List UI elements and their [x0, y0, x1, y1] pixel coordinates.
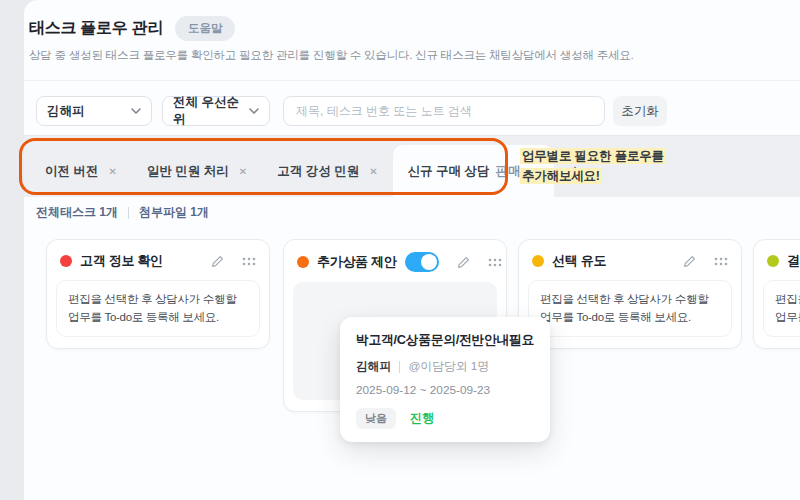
assignee-name: 김해피 — [356, 359, 391, 375]
close-icon[interactable]: ✕ — [108, 166, 116, 177]
card-note: 편집을 선택한 후 상담사가 수행할 업무를 To-do로 등록해 보세요. — [763, 280, 800, 337]
tab-previous-version[interactable]: 이전 버전 ✕ — [30, 145, 132, 197]
tab-label: 일반 민원 처리 — [147, 163, 229, 180]
edit-pencil-icon[interactable] — [683, 255, 696, 268]
chevron-down-icon — [131, 108, 141, 114]
summary-counts: 전체태스크 1개 첨부파일 1개 — [36, 204, 209, 221]
tab-general-complaint[interactable]: 일반 민원 처리 ✕ — [132, 145, 262, 197]
card-title: 선택 유도 — [552, 252, 675, 270]
task-popup-badges: 낮음 진행 — [356, 408, 534, 429]
task-card-customer-info[interactable]: 고객 정보 확인 편집을 선택한 후 상담사가 수행할 업무를 To-do로 등… — [46, 239, 270, 349]
priority-badge: 낮음 — [356, 408, 396, 429]
agent-select[interactable]: 김해피 — [36, 96, 152, 126]
tab-hard-complaint[interactable]: 고객 강성 민원 ✕ — [262, 145, 392, 197]
attachments-count[interactable]: 첨부파일 1개 — [139, 204, 209, 221]
status-text: 진행 — [410, 410, 434, 427]
card-title: 추가상품 제안 — [317, 253, 397, 271]
task-detail-popup: 박고객/C상품문의/전반안내필요 김해피 @이담당외 1명 2025-09-12… — [340, 317, 550, 442]
flow-tab-strip: 이전 버전 ✕ 일반 민원 처리 ✕ 고객 강성 민원 ✕ 신규 구매 상담 판… — [24, 135, 800, 197]
task-card-choice-guide[interactable]: 선택 유도 편집을 선택한 후 상담사가 수행할 업무를 To-do로 등록해 … — [518, 239, 742, 349]
main-panel: 태스크 플로우 관리 도움말 상담 중 생성된 태스크 플로우를 확인하고 필요… — [24, 0, 800, 500]
callout-line-1: 업무별로 필요한 플로우를 — [520, 148, 666, 164]
task-popup-people: 김해피 @이담당외 1명 — [356, 359, 534, 375]
card-note: 편집을 선택한 후 상담사가 수행할 업무를 To-do로 등록해 보세요. — [56, 280, 260, 337]
close-icon[interactable]: ✕ — [369, 166, 377, 177]
card-header: 추가상품 제안 — [284, 240, 506, 280]
priority-select-value: 전체 우선순위 — [173, 94, 249, 128]
more-options-icon[interactable] — [488, 258, 502, 267]
help-badge[interactable]: 도움말 — [175, 16, 236, 41]
divider — [399, 361, 400, 373]
card-toggle-on[interactable] — [405, 252, 439, 272]
participants: @이담당외 1명 — [408, 359, 489, 375]
edit-pencil-icon[interactable] — [457, 256, 470, 269]
status-dot — [767, 255, 779, 267]
tab-label: 신규 구매 상담 — [408, 163, 490, 180]
status-dot — [532, 255, 544, 267]
chevron-down-icon — [249, 108, 259, 114]
card-title: 결제 — [787, 252, 800, 270]
flow-tabs: 이전 버전 ✕ 일반 민원 처리 ✕ 고객 강성 민원 ✕ 신규 구매 상담 판… — [30, 145, 596, 197]
divider — [128, 207, 129, 219]
priority-select[interactable]: 전체 우선순위 — [162, 96, 270, 126]
card-title: 고객 정보 확인 — [80, 252, 203, 270]
card-header: 선택 유도 — [519, 240, 741, 278]
toggle-knob — [421, 254, 437, 270]
agent-select-value: 김해피 — [47, 103, 85, 120]
task-popup-title: 박고객/C상품문의/전반안내필요 — [356, 332, 534, 349]
page-header: 태스크 플로우 관리 도움말 — [29, 16, 235, 41]
search-input[interactable] — [283, 96, 605, 126]
edit-pencil-icon[interactable] — [211, 255, 224, 268]
page-title: 태스크 플로우 관리 — [29, 18, 163, 39]
card-header: 결제 — [754, 240, 800, 278]
status-dot — [60, 255, 72, 267]
page-subtitle: 상담 중 생성된 태스크 플로우를 확인하고 필요한 관리를 진행할 수 있습니… — [29, 48, 634, 63]
card-note: 편집을 선택한 후 상담사가 수행할 업무를 To-do로 등록해 보세요. — [528, 280, 732, 337]
task-date-range: 2025-09-12 ~ 2025-09-23 — [356, 383, 534, 397]
callout-line-2: 추가해보세요! — [520, 168, 602, 184]
add-flow-callout: 업무별로 필요한 플로우를 추가해보세요! — [520, 146, 666, 186]
more-options-icon[interactable] — [242, 257, 256, 266]
filter-bar: 김해피 전체 우선순위 초기화 — [24, 80, 800, 135]
total-tasks-count[interactable]: 전체태스크 1개 — [36, 204, 118, 221]
tab-label: 이전 버전 — [45, 163, 98, 180]
card-header: 고객 정보 확인 — [47, 240, 269, 278]
close-icon[interactable]: ✕ — [239, 166, 247, 177]
more-options-icon[interactable] — [714, 257, 728, 266]
task-card-payment[interactable]: 결제 편집을 선택한 후 상담사가 수행할 업무를 To-do로 등록해 보세요… — [753, 239, 800, 349]
tab-label: 고객 강성 민원 — [277, 163, 359, 180]
tab-label-suffix: 판매 — [496, 163, 521, 180]
reset-button[interactable]: 초기화 — [613, 96, 667, 126]
status-dot — [297, 256, 309, 268]
